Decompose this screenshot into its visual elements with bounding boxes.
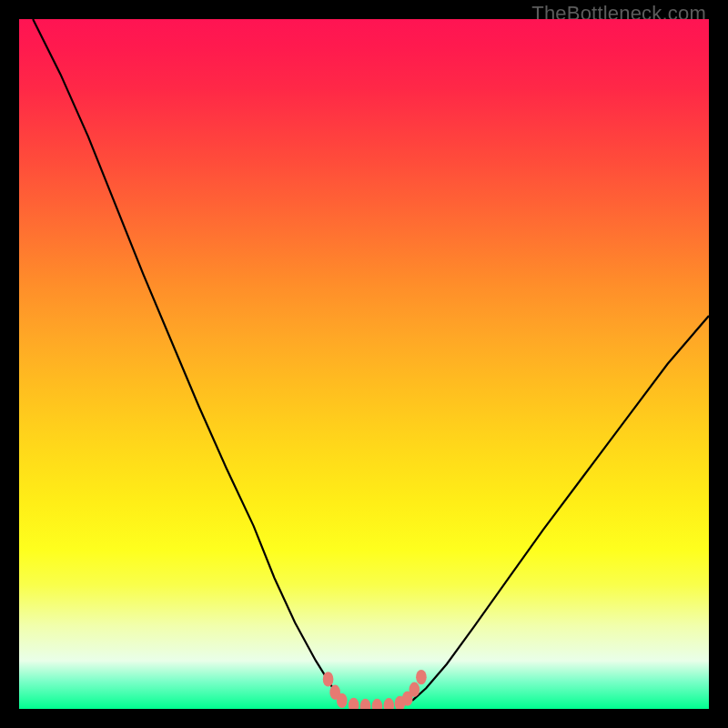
trough-marker bbox=[360, 699, 371, 709]
trough-marker-group bbox=[323, 670, 427, 709]
trough-marker bbox=[349, 698, 359, 709]
trough-marker bbox=[416, 670, 427, 684]
trough-marker bbox=[410, 682, 420, 697]
right-branch-line bbox=[412, 316, 709, 701]
trough-marker bbox=[329, 685, 340, 700]
trough-marker bbox=[337, 693, 348, 708]
trough-marker bbox=[323, 672, 334, 686]
outer-frame: TheBottleneck.com bbox=[0, 0, 728, 728]
trough-marker bbox=[402, 691, 413, 705]
chart-svg bbox=[19, 19, 709, 709]
left-branch-line bbox=[33, 19, 343, 701]
trough-marker bbox=[395, 696, 406, 709]
trough-marker bbox=[383, 698, 394, 709]
chart-plot-area bbox=[19, 19, 709, 709]
trough-marker bbox=[372, 699, 383, 709]
